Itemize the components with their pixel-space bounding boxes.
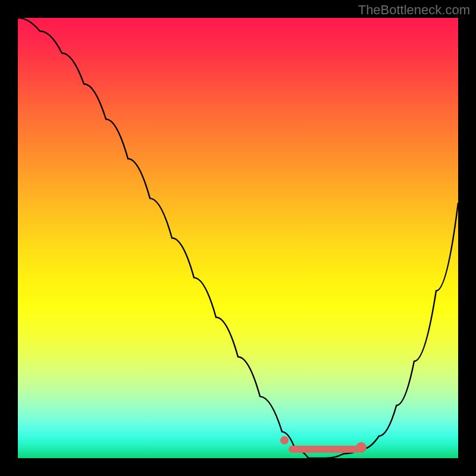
chart-area	[18, 18, 458, 458]
marker-end	[356, 442, 367, 453]
bottleneck-curve	[18, 18, 458, 458]
marker-start	[280, 436, 289, 444]
watermark-text: TheBottleneck.com	[358, 2, 470, 18]
optimal-range-bar	[289, 446, 361, 453]
